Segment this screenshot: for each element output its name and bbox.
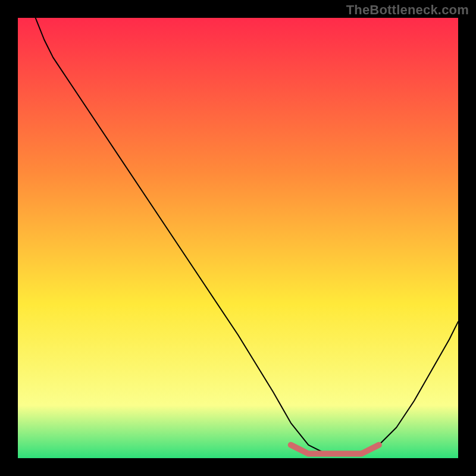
gradient-background: [18, 18, 458, 458]
chart-frame: TheBottleneck.com: [0, 0, 476, 476]
watermark-text: TheBottleneck.com: [346, 2, 469, 18]
bottleneck-chart: [18, 18, 458, 458]
